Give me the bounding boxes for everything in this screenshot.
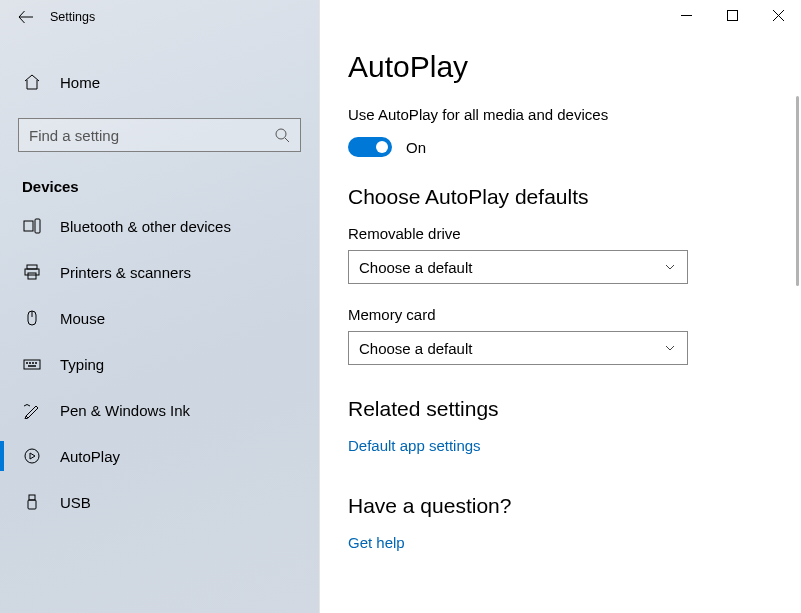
titlebar: Settings — [0, 0, 319, 34]
sidebar-item-label: Typing — [60, 356, 104, 373]
sidebar-item-label: Pen & Windows Ink — [60, 402, 190, 419]
scrollbar[interactable] — [796, 96, 799, 286]
content-pane: AutoPlay Use AutoPlay for all media and … — [320, 0, 801, 613]
search-box[interactable] — [18, 118, 301, 152]
mouse-icon — [22, 309, 42, 327]
memory-card-label: Memory card — [348, 306, 773, 323]
sidebar-item-usb[interactable]: USB — [0, 479, 319, 525]
svg-rect-8 — [24, 360, 40, 369]
chevron-down-icon — [663, 341, 677, 355]
default-app-settings-link[interactable]: Default app settings — [348, 437, 773, 454]
chevron-down-icon — [663, 260, 677, 274]
removable-drive-dropdown[interactable]: Choose a default — [348, 250, 688, 284]
usb-icon — [22, 493, 42, 511]
page-title: AutoPlay — [348, 50, 773, 84]
search-input[interactable] — [29, 127, 274, 144]
removable-drive-label: Removable drive — [348, 225, 773, 242]
printer-icon — [22, 263, 42, 281]
get-help-link[interactable]: Get help — [348, 534, 773, 551]
sidebar-item-label: Printers & scanners — [60, 264, 191, 281]
sidebar-item-label: Bluetooth & other devices — [60, 218, 231, 235]
svg-rect-18 — [727, 10, 737, 20]
devices-icon — [22, 217, 42, 235]
sidebar-item-label: AutoPlay — [60, 448, 120, 465]
search-icon — [274, 127, 290, 143]
sidebar-item-autoplay[interactable]: AutoPlay — [0, 433, 319, 479]
caption-buttons — [663, 0, 801, 30]
autoplay-toggle-label: Use AutoPlay for all media and devices — [348, 106, 773, 123]
sidebar-item-pen[interactable]: Pen & Windows Ink — [0, 387, 319, 433]
sidebar: Settings Home Devices Bluetooth & other … — [0, 0, 320, 613]
svg-rect-5 — [28, 273, 36, 279]
related-heading: Related settings — [348, 397, 773, 421]
svg-rect-3 — [27, 265, 37, 269]
close-button[interactable] — [755, 0, 801, 30]
keyboard-icon — [22, 355, 42, 373]
svg-rect-4 — [25, 269, 39, 275]
home-icon — [22, 73, 42, 91]
toggle-knob — [376, 141, 388, 153]
dropdown-value: Choose a default — [359, 259, 472, 276]
svg-rect-16 — [28, 500, 36, 509]
dropdown-value: Choose a default — [359, 340, 472, 357]
sidebar-item-label: Mouse — [60, 310, 105, 327]
svg-rect-1 — [24, 221, 33, 231]
sidebar-item-typing[interactable]: Typing — [0, 341, 319, 387]
pen-icon — [22, 401, 42, 419]
svg-rect-15 — [29, 495, 35, 500]
svg-point-0 — [276, 129, 286, 139]
toggle-state-text: On — [406, 139, 426, 156]
svg-rect-2 — [35, 219, 40, 233]
maximize-button[interactable] — [709, 0, 755, 30]
window-title: Settings — [50, 10, 95, 24]
back-button[interactable] — [6, 0, 46, 34]
autoplay-toggle[interactable] — [348, 137, 392, 157]
minimize-button[interactable] — [663, 0, 709, 30]
nav-home[interactable]: Home — [0, 60, 319, 104]
sidebar-group-header: Devices — [22, 178, 319, 195]
sidebar-item-mouse[interactable]: Mouse — [0, 295, 319, 341]
autoplay-icon — [22, 447, 42, 465]
nav-home-label: Home — [60, 74, 100, 91]
svg-point-14 — [25, 449, 39, 463]
sidebar-item-printers[interactable]: Printers & scanners — [0, 249, 319, 295]
question-heading: Have a question? — [348, 494, 773, 518]
defaults-heading: Choose AutoPlay defaults — [348, 185, 773, 209]
memory-card-dropdown[interactable]: Choose a default — [348, 331, 688, 365]
sidebar-item-bluetooth[interactable]: Bluetooth & other devices — [0, 203, 319, 249]
sidebar-item-label: USB — [60, 494, 91, 511]
